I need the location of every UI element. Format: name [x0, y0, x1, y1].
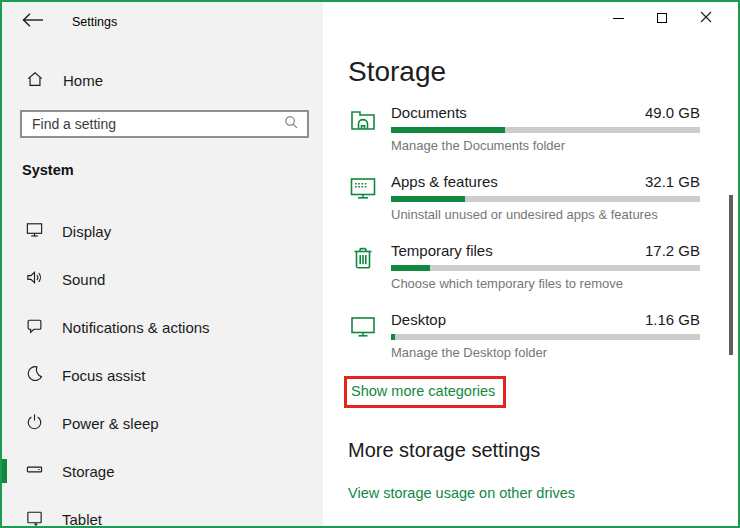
category-name: Desktop: [391, 311, 446, 328]
annotation-red-box: Show more categories: [344, 376, 506, 408]
usage-bar-fill: [391, 127, 505, 133]
power-icon: [25, 412, 44, 434]
sidebar-item-sound[interactable]: Sound: [2, 259, 323, 299]
app-title: Settings: [72, 15, 117, 29]
home-icon: [26, 70, 44, 91]
category-size: 1.16 GB: [645, 311, 700, 328]
sidebar-section-title: System: [22, 162, 74, 178]
search-icon[interactable]: [283, 114, 299, 134]
sound-icon: [25, 268, 44, 290]
close-button[interactable]: [684, 2, 728, 34]
show-more-categories-link[interactable]: Show more categories: [351, 383, 495, 399]
sidebar: Settings Home System: [2, 2, 323, 526]
sidebar-item-home[interactable]: Home: [2, 62, 323, 98]
category-size: 17.2 GB: [645, 242, 700, 259]
trash-icon: [348, 243, 378, 273]
settings-window: Settings Home System: [0, 0, 740, 528]
sidebar-home-label: Home: [63, 72, 103, 89]
documents-folder-icon: [348, 105, 378, 135]
sidebar-item-label: Sound: [62, 271, 105, 288]
category-row-documents[interactable]: Documents 49.0 GB Manage the Documents f…: [348, 102, 700, 171]
selected-indicator: [2, 459, 7, 483]
sidebar-item-focus-assist[interactable]: Focus assist: [2, 355, 323, 395]
usage-bar-fill: [391, 265, 430, 271]
apps-monitor-icon: [348, 174, 378, 204]
more-storage-settings-title: More storage settings: [348, 439, 540, 462]
category-row-apps-features[interactable]: Apps & features 32.1 GB Uninstall unused…: [348, 171, 700, 240]
focus-assist-icon: [25, 364, 44, 386]
category-row-desktop[interactable]: Desktop 1.16 GB Manage the Desktop folde…: [348, 309, 700, 378]
usage-bar-fill: [391, 334, 395, 340]
usage-bar-fill: [391, 196, 465, 202]
back-button[interactable]: [21, 12, 47, 32]
category-description: Manage the Desktop folder: [391, 345, 700, 360]
usage-bar: [391, 127, 700, 133]
minimize-icon: [613, 18, 624, 19]
storage-category-list: Documents 49.0 GB Manage the Documents f…: [348, 102, 700, 378]
category-description: Uninstall unused or undesired apps & fea…: [391, 207, 700, 222]
sidebar-item-storage[interactable]: Storage: [2, 451, 323, 491]
sidebar-nav: Display Sound Notifications &: [2, 211, 323, 528]
usage-bar: [391, 334, 700, 340]
desktop-monitor-icon: [348, 312, 378, 342]
search-box[interactable]: [20, 110, 309, 138]
display-icon: [25, 220, 44, 242]
search-input[interactable]: [22, 116, 283, 132]
notifications-icon: [25, 316, 44, 338]
category-description: Choose which temporary files to remove: [391, 276, 700, 291]
sidebar-item-label: Display: [62, 223, 111, 240]
category-size: 49.0 GB: [645, 104, 700, 121]
sidebar-item-label: Power & sleep: [62, 415, 159, 432]
sidebar-item-display[interactable]: Display: [2, 211, 323, 251]
window-controls: [596, 2, 728, 34]
maximize-icon: [657, 13, 667, 23]
sidebar-item-power-sleep[interactable]: Power & sleep: [2, 403, 323, 443]
usage-bar: [391, 196, 700, 202]
category-row-temporary-files[interactable]: Temporary files 17.2 GB Choose which tem…: [348, 240, 700, 309]
usage-bar: [391, 265, 700, 271]
scrollbar-thumb[interactable]: [729, 195, 733, 355]
maximize-button[interactable]: [640, 2, 684, 34]
sidebar-item-label: Focus assist: [62, 367, 145, 384]
back-arrow-icon: [21, 14, 45, 31]
storage-drive-icon: [25, 460, 44, 482]
category-size: 32.1 GB: [645, 173, 700, 190]
page-title: Storage: [348, 56, 446, 88]
close-icon: [700, 9, 712, 27]
tablet-icon: [25, 508, 44, 528]
sidebar-item-tablet[interactable]: Tablet: [2, 499, 323, 528]
category-name: Apps & features: [391, 173, 498, 190]
minimize-button[interactable]: [596, 2, 640, 34]
category-name: Documents: [391, 104, 467, 121]
sidebar-item-label: Storage: [62, 463, 115, 480]
sidebar-item-label: Tablet: [62, 511, 102, 528]
main-content: Storage Documents 49.0 GB: [323, 2, 738, 526]
category-name: Temporary files: [391, 242, 493, 259]
view-other-drives-link[interactable]: View storage usage on other drives: [348, 485, 575, 501]
sidebar-item-notifications[interactable]: Notifications & actions: [2, 307, 323, 347]
sidebar-item-label: Notifications & actions: [62, 319, 210, 336]
category-description: Manage the Documents folder: [391, 138, 700, 153]
